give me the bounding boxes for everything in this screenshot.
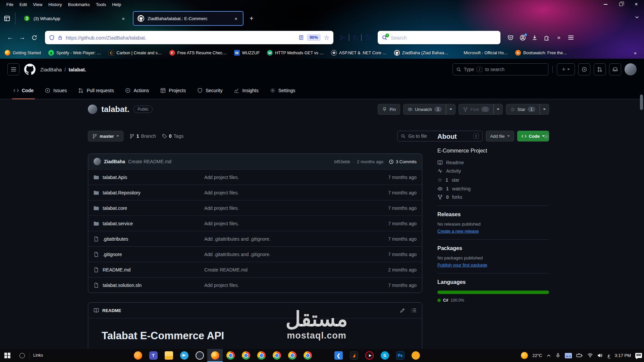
menu-help[interactable]: Help	[109, 1, 124, 8]
breadcrumb-owner[interactable]: ZiadBaha	[40, 67, 62, 72]
commit-author[interactable]: ZiadBaha	[104, 159, 125, 164]
tags-stat[interactable]: 0 Tags	[162, 133, 183, 139]
user-avatar[interactable]	[625, 63, 637, 75]
taskbar-app-file-explorer[interactable]	[161, 349, 176, 362]
menu-view[interactable]: View	[30, 1, 45, 8]
tab-pull-requests[interactable]: Pull requests	[73, 82, 118, 99]
touchpad-icon[interactable]	[565, 353, 572, 358]
tab-projects[interactable]: Projects	[156, 82, 191, 99]
file-name[interactable]: talabat.service	[103, 221, 133, 226]
global-nav-menu-icon[interactable]	[7, 63, 19, 75]
bookmark-item[interactable]: ≡Spotify - Web Player: …	[48, 50, 101, 56]
file-commit-message[interactable]: Create README.md	[204, 267, 366, 273]
file-commit-message[interactable]: Add project files.	[204, 175, 366, 180]
volume-icon[interactable]	[597, 353, 603, 358]
downloads-icon[interactable]	[529, 32, 541, 44]
lock-icon[interactable]	[58, 35, 63, 40]
menu-history[interactable]: History	[45, 1, 65, 8]
edit-pencil-icon[interactable]	[400, 308, 405, 313]
file-name[interactable]: .gitattributes	[103, 236, 128, 242]
fork-button[interactable]: Fork 0	[459, 104, 493, 115]
taskbar-app-amber[interactable]	[408, 349, 423, 362]
extensions-icon[interactable]	[541, 32, 553, 44]
tab-code[interactable]: Code	[9, 82, 38, 99]
restore-button[interactable]	[613, 0, 629, 9]
table-row[interactable]: talabat.solution.sln Add project files. …	[88, 277, 422, 293]
taskbar-app-chrome[interactable]	[238, 349, 254, 362]
tab-actions[interactable]: Actions	[120, 82, 154, 99]
language-item[interactable]: C# 100.0%	[437, 298, 549, 303]
stars-link[interactable]: ☆ 1star	[437, 177, 549, 183]
taskbar-app-chrome[interactable]	[223, 349, 238, 362]
language-indicator[interactable]: ع	[607, 353, 610, 358]
taskbar-app-teams[interactable]: T	[146, 349, 161, 362]
bookmark-star-icon[interactable]: ☆	[324, 34, 329, 42]
file-name[interactable]: talabat.Repository	[103, 190, 141, 195]
app-menu-icon[interactable]	[565, 32, 577, 44]
file-commit-message[interactable]: Add project files.	[204, 221, 366, 226]
gear-icon[interactable]	[543, 134, 549, 139]
file-commit-message[interactable]: Add project files.	[204, 283, 366, 288]
minimize-button[interactable]	[598, 0, 613, 9]
copy-icon[interactable]	[349, 32, 361, 44]
commit-message[interactable]: Create README.md	[128, 159, 171, 164]
list-all-tabs-icon[interactable]	[635, 15, 639, 19]
shield-icon[interactable]	[49, 35, 55, 41]
unwatch-dropdown-icon[interactable]	[446, 104, 455, 115]
tab-close-icon[interactable]: ×	[233, 15, 239, 22]
taskbar-app-grid[interactable]	[315, 349, 331, 362]
clock[interactable]: 3:17 PM	[615, 353, 631, 358]
tab-settings[interactable]: Settings	[265, 82, 300, 99]
url-text[interactable]: https://github.com/ZiadBaha/talabat.	[66, 35, 296, 41]
bookmark-item[interactable]: WHTTP Methods GET vs …	[267, 50, 324, 56]
tray-expand-icon[interactable]	[546, 353, 551, 358]
forward-icon[interactable]: →	[16, 32, 28, 44]
table-row[interactable]: talabat.core Add project files. 7 months…	[88, 200, 422, 216]
taskbar-app-chrome[interactable]	[284, 349, 300, 362]
github-logo-icon[interactable]	[24, 64, 36, 75]
github-search-input[interactable]: Type / to search	[452, 63, 548, 75]
issues-icon[interactable]	[578, 63, 590, 75]
overflow-menu-icon[interactable]: »	[553, 32, 565, 44]
table-row[interactable]: talabat.service Add project files. 7 mon…	[88, 216, 422, 231]
file-name[interactable]: talabat.solution.sln	[103, 283, 142, 288]
bookmark-item[interactable]: Microsoft - Official Ho…	[455, 50, 508, 56]
readme-link[interactable]: Readme	[437, 160, 549, 165]
menu-tools[interactable]: Tools	[93, 1, 109, 8]
url-bar[interactable]: https://github.com/ZiadBaha/talabat. 90%…	[45, 31, 333, 44]
reload-icon[interactable]	[28, 32, 40, 44]
firefox-view-icon[interactable]	[3, 12, 15, 24]
paste-icon[interactable]	[362, 32, 374, 44]
taskbar-app-skype[interactable]: S	[377, 349, 392, 362]
file-name[interactable]: talabat.core	[103, 205, 127, 211]
menu-file[interactable]: File	[3, 1, 16, 8]
bookmark-item[interactable]: ZiadBaha (Ziad Bahaa…	[394, 50, 448, 56]
create-new-button[interactable]: +	[557, 63, 575, 75]
file-name[interactable]: talabat.Apis	[103, 175, 127, 180]
bookmark-item[interactable]: WWUZZUF	[234, 50, 260, 56]
forks-link[interactable]: 0forks	[437, 194, 549, 200]
file-commit-message[interactable]: Add project files.	[204, 190, 366, 195]
bookmark-item[interactable]: PFree ATS Resume Chec…	[169, 50, 227, 56]
taskbar-app-firefox-active[interactable]	[207, 349, 223, 362]
tab-security[interactable]: Security	[193, 82, 227, 99]
taskbar-app-chrome[interactable]	[269, 349, 284, 362]
tab-insights[interactable]: Insights	[229, 82, 263, 99]
back-icon[interactable]: ←	[4, 32, 16, 44]
taskbar-app-telegram[interactable]	[176, 349, 192, 362]
tab-issues[interactable]: Issues	[40, 82, 71, 99]
file-commit-message[interactable]: Add project files.	[204, 205, 366, 211]
activity-link[interactable]: Activity	[437, 168, 549, 174]
table-row[interactable]: .gitattributes Add .gitattributes and .g…	[88, 231, 422, 246]
branch-selector[interactable]: master	[88, 131, 123, 141]
taskbar-app-vscode[interactable]: ❮	[331, 349, 346, 362]
table-row[interactable]: talabat.Apis Add project files. 7 months…	[88, 169, 422, 185]
search-bar[interactable]: + Search	[378, 31, 500, 44]
file-name[interactable]: .gitignore	[103, 252, 122, 257]
taskbar-app-youtube-music[interactable]	[362, 349, 377, 362]
repo-title[interactable]: talabat.	[101, 105, 129, 114]
file-name[interactable]: README.md	[103, 267, 130, 273]
star-dropdown-icon[interactable]	[540, 104, 549, 115]
packages-heading[interactable]: Packages	[437, 245, 549, 251]
wifi-icon[interactable]	[587, 353, 593, 358]
